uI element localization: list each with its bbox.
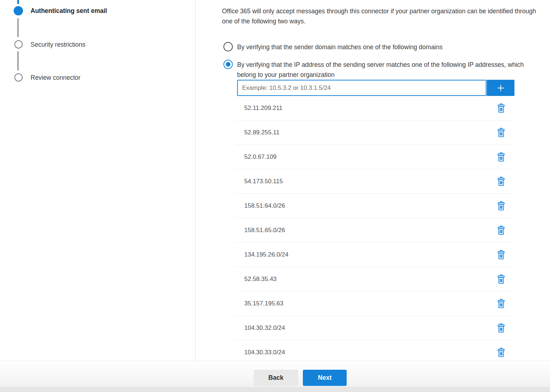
trash-icon [496,274,506,284]
ip-address-value: 52.11.209.211 [244,105,496,112]
step-review-connector: Review connector [31,74,80,82]
add-ip-button[interactable] [487,80,514,96]
radio-option-label: By verifying that the sender domain matc… [237,42,443,52]
delete-ip-button[interactable] [496,103,507,114]
next-button[interactable]: Next [303,370,347,386]
trash-icon [496,201,506,211]
delete-ip-button[interactable] [496,249,507,260]
plus-icon [495,83,506,93]
step-upcoming-dot [14,73,23,82]
trash-icon [496,176,506,186]
ip-address-list: 52.11.209.211 [235,96,514,361]
delete-ip-button[interactable] [496,200,507,211]
wizard-content: Office 365 will only accept messages thr… [196,0,550,361]
ip-list-item: 104.30.32.0/24 [235,316,514,340]
ip-address-value: 158.51.65.0/26 [244,227,496,234]
ip-address-value: 134.195.26.0/24 [244,251,496,258]
radio-option-ip-address[interactable]: By verifying that the IP address of the … [223,60,535,80]
ip-address-value: 52.89.255.11 [244,129,496,136]
trash-icon [496,323,506,333]
ip-list-item: 52.11.209.211 [235,96,514,120]
stepper-connector [17,18,19,37]
ip-list-item: 104.30.33.0/24 [235,340,514,361]
delete-ip-button[interactable] [496,176,507,187]
trash-icon [496,152,506,162]
ip-address-value: 54.173.50.115 [244,178,496,185]
delete-ip-button[interactable] [496,347,507,358]
trash-icon [496,347,506,358]
ip-list-item: 158.51.65.0/26 [235,218,514,243]
delete-ip-button[interactable] [496,225,507,236]
footer-bottom-strip [0,387,550,392]
ip-list-item: 52.58.35.43 [235,267,514,291]
wizard-stepper: Authenticating sent email Security restr… [0,0,196,361]
step-active-dot [14,6,23,15]
delete-ip-button[interactable] [496,323,507,333]
ip-list-item: 134.195.26.0/24 [235,243,514,267]
ip-address-value: 104.30.33.0/24 [244,349,496,356]
delete-ip-button[interactable] [496,274,507,285]
trash-icon [496,250,506,260]
stepper-connector-completed [17,0,19,4]
trash-icon [496,103,506,113]
delete-ip-button[interactable] [496,298,507,309]
ip-address-input[interactable] [237,80,486,96]
radio-unselected-icon[interactable] [223,42,233,51]
stepper-connector [17,51,19,70]
ip-address-value: 104.30.32.0/24 [244,324,496,332]
wizard-footer: Back Next [0,361,550,392]
ip-list-item: 158.51.64.0/26 [235,194,514,218]
trash-icon [496,225,506,235]
ip-list-item: 52.89.255.11 [235,120,514,145]
back-button[interactable]: Back [254,370,298,386]
ip-entry-row [237,80,514,96]
radio-option-sender-domain[interactable]: By verifying that the sender domain matc… [223,42,443,52]
step-upcoming-dot [14,40,23,49]
trash-icon [496,128,506,138]
ip-address-value: 158.51.64.0/26 [244,202,496,209]
ip-list-item: 54.173.50.115 [235,169,514,194]
delete-ip-button[interactable] [496,152,507,162]
radio-option-label: By verifying that the IP address of the … [237,60,535,80]
ip-list-item: 52.0.67.109 [235,145,514,169]
ip-address-value: 35.157.195.63 [244,300,496,307]
connector-wizard-page: Authenticating sent email Security restr… [0,0,550,392]
step-authenticating-sent-email: Authenticating sent email [31,7,107,15]
trash-icon [496,299,506,309]
intro-text: Office 365 will only accept messages thr… [222,6,547,26]
ip-list-item: 35.157.195.63 [235,291,514,316]
ip-address-value: 52.0.67.109 [244,153,496,161]
delete-ip-button[interactable] [496,127,507,138]
ip-address-value: 52.58.35.43 [244,276,496,283]
radio-selected-icon[interactable] [223,60,233,69]
step-security-restrictions: Security restrictions [31,41,85,49]
